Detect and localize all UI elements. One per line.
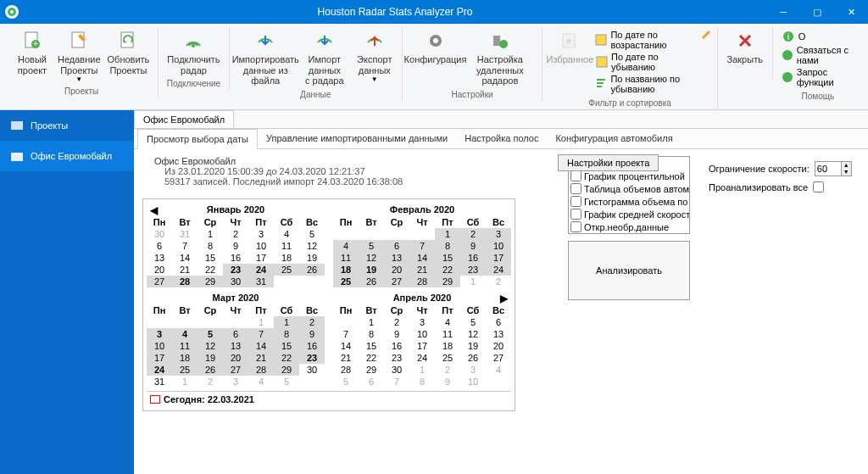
project-settings-button[interactable]: Настройки проекта [558, 154, 659, 171]
cal-day[interactable]: 5 [299, 228, 325, 240]
cal-day[interactable]: 1 [198, 228, 223, 240]
cal-day[interactable]: 6 [147, 240, 172, 252]
cal-day[interactable]: 2 [460, 228, 486, 240]
cal-day[interactable]: 19 [198, 352, 223, 364]
cal-day[interactable]: 11 [172, 340, 198, 352]
spin-down[interactable]: ▼ [841, 169, 851, 176]
checklist-item[interactable]: Откр.необр.данные [569, 220, 689, 233]
cal-day[interactable]: 22 [198, 264, 223, 276]
cal-day[interactable]: 10 [248, 240, 274, 252]
refresh-projects-button[interactable]: Обновить Проекты [104, 27, 153, 77]
cal-day[interactable]: 18 [333, 264, 359, 276]
cal-day[interactable]: 27 [147, 276, 172, 287]
cal-day[interactable]: 19 [299, 252, 325, 264]
cal-day[interactable]: 5 [359, 240, 384, 252]
checklist-checkbox[interactable] [570, 196, 581, 207]
cal-day[interactable]: 25 [333, 276, 359, 287]
cal-day[interactable]: 5 [333, 376, 359, 388]
cal-day[interactable]: 1 [460, 276, 486, 287]
recent-projects-button[interactable]: Недавние Проекты▼ [54, 27, 104, 85]
cal-day[interactable]: 11 [435, 328, 460, 340]
subtab-lane-setup[interactable]: Настройка полос [456, 129, 547, 148]
cal-day[interactable]: 22 [274, 352, 299, 364]
cal-day[interactable]: 11 [274, 240, 299, 252]
cal-day[interactable]: 8 [409, 376, 435, 388]
spin-up[interactable]: ▲ [841, 162, 851, 169]
cal-day[interactable]: 10 [486, 240, 511, 252]
cal-day[interactable]: 21 [172, 264, 198, 276]
cal-day[interactable]: 28 [172, 276, 198, 287]
cal-day[interactable]: 5 [274, 376, 299, 388]
cal-day[interactable]: 27 [486, 352, 511, 364]
import-radar-button[interactable]: Импорт данных с радара [297, 27, 353, 88]
subtab-vehicle-config[interactable]: Конфигурация автомобиля [547, 129, 681, 148]
subtab-view-dates[interactable]: Просмотр выбора даты [137, 129, 258, 149]
cal-day[interactable]: 8 [435, 240, 460, 252]
cal-day[interactable]: 24 [486, 264, 511, 276]
close-button[interactable]: Закрыть [723, 27, 767, 67]
cal-day[interactable]: 20 [223, 352, 248, 364]
checklist-checkbox[interactable] [570, 209, 581, 220]
checklist-item[interactable]: Таблица объемов автомо [569, 182, 689, 195]
cal-day[interactable]: 21 [248, 352, 274, 364]
minimize-button[interactable]: ─ [766, 0, 800, 24]
cal-day[interactable]: 7 [409, 240, 435, 252]
cal-day[interactable]: 12 [198, 340, 223, 352]
cal-day[interactable]: 10 [147, 340, 172, 352]
cal-day[interactable]: 17 [409, 340, 435, 352]
cal-day[interactable]: 31 [172, 228, 198, 240]
checklist-item[interactable]: График средней скорост [569, 208, 689, 220]
cal-day[interactable]: 22 [435, 264, 460, 276]
cal-day[interactable]: 3 [409, 316, 435, 328]
cal-day[interactable]: 10 [460, 376, 486, 388]
new-project-button[interactable]: +Новый проект [10, 27, 54, 77]
cal-day[interactable]: 13 [223, 340, 248, 352]
cal-day[interactable]: 30 [223, 276, 248, 287]
cal-day[interactable]: 4 [274, 228, 299, 240]
cal-day[interactable]: 16 [299, 340, 325, 352]
cal-day[interactable]: 16 [223, 252, 248, 264]
cal-day[interactable]: 25 [435, 352, 460, 364]
cal-day[interactable]: 4 [172, 328, 198, 340]
cal-day[interactable]: 8 [198, 240, 223, 252]
cal-day[interactable]: 25 [274, 264, 299, 276]
cal-day[interactable]: 24 [409, 352, 435, 364]
cal-day[interactable]: 7 [248, 328, 274, 340]
cal-day[interactable]: 3 [460, 364, 486, 376]
cal-day[interactable]: 1 [172, 376, 198, 388]
cal-day[interactable]: 13 [486, 328, 511, 340]
cal-day[interactable]: 9 [223, 240, 248, 252]
sort-date-asc[interactable]: По дате по возрастанию [595, 29, 696, 51]
cal-day[interactable]: 13 [147, 252, 172, 264]
sort-name-desc[interactable]: По названию по убыванию [595, 73, 696, 95]
checklist-checkbox[interactable] [570, 221, 581, 232]
cal-day[interactable]: 21 [409, 264, 435, 276]
cal-day[interactable]: 15 [359, 340, 384, 352]
cal-day[interactable]: 14 [172, 252, 198, 264]
checklist-item[interactable]: Гистограмма объема по [569, 195, 689, 208]
cal-day[interactable]: 30 [299, 364, 325, 376]
speed-limit-spinner[interactable]: ▲▼ [815, 161, 852, 176]
cal-day[interactable]: 12 [359, 252, 384, 264]
cal-day[interactable]: 3 [223, 376, 248, 388]
cal-day[interactable]: 2 [384, 316, 409, 328]
cal-day[interactable]: 22 [359, 352, 384, 364]
cal-day[interactable]: 2 [223, 228, 248, 240]
cal-day[interactable]: 15 [435, 252, 460, 264]
checklist-item[interactable]: График процентильной [569, 170, 689, 182]
cal-day[interactable]: 7 [333, 328, 359, 340]
cal-day[interactable]: 26 [299, 264, 325, 276]
cal-day[interactable]: 23 [384, 352, 409, 364]
cal-day[interactable]: 4 [248, 376, 274, 388]
checklist-checkbox[interactable] [570, 170, 581, 181]
cal-day[interactable]: 23 [223, 264, 248, 276]
cal-day[interactable]: 18 [435, 340, 460, 352]
cal-day[interactable]: 28 [248, 364, 274, 376]
cal-day[interactable]: 20 [147, 264, 172, 276]
cal-day[interactable]: 14 [409, 252, 435, 264]
cal-day[interactable]: 3 [248, 228, 274, 240]
cal-day[interactable]: 7 [384, 376, 409, 388]
export-data-button[interactable]: Экспорт данных▼ [353, 27, 397, 85]
cal-day[interactable]: 16 [384, 340, 409, 352]
cal-day[interactable]: 5 [198, 328, 223, 340]
